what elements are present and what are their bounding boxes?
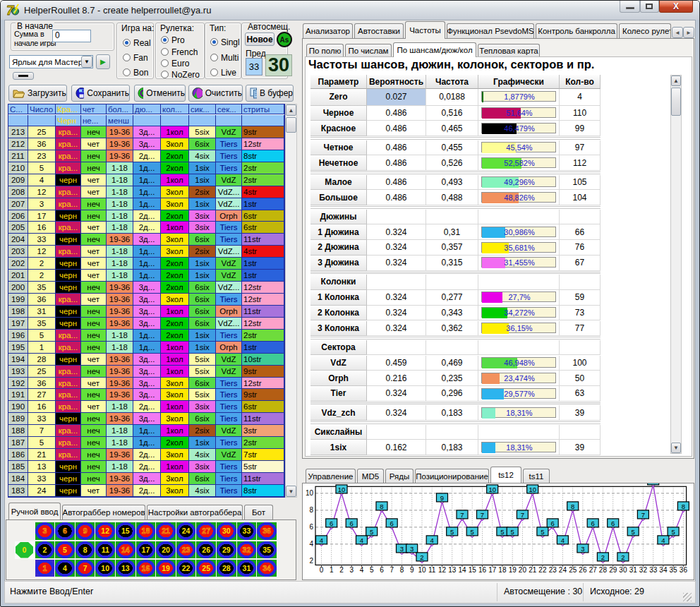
svg-text:6: 6 [309, 523, 313, 531]
svg-text:4: 4 [661, 536, 665, 544]
svg-text:28: 28 [599, 566, 608, 574]
svg-text:7: 7 [460, 511, 464, 519]
svg-text:18: 18 [498, 566, 507, 574]
svg-text:5: 5 [370, 528, 373, 536]
svg-text:4: 4 [309, 540, 313, 548]
svg-text:31: 31 [629, 566, 638, 574]
svg-text:29: 29 [609, 566, 617, 574]
svg-text:27: 27 [589, 566, 598, 574]
svg-text:5: 5 [511, 528, 514, 536]
svg-text:8: 8 [682, 503, 685, 510]
svg-text:2: 2 [339, 566, 344, 574]
svg-text:9: 9 [440, 494, 444, 502]
svg-text:4: 4 [430, 536, 434, 544]
svg-text:10: 10 [306, 489, 314, 497]
svg-text:3: 3 [410, 545, 414, 553]
svg-text:22: 22 [538, 566, 547, 574]
svg-text:2: 2 [309, 557, 313, 565]
svg-text:21: 21 [529, 566, 537, 574]
svg-text:6: 6 [350, 519, 354, 527]
svg-text:5: 5 [632, 528, 635, 536]
svg-text:7: 7 [641, 511, 645, 519]
svg-text:2: 2 [420, 553, 423, 561]
svg-text:2: 2 [621, 553, 624, 561]
svg-text:10: 10 [488, 486, 496, 493]
svg-text:26: 26 [579, 566, 587, 574]
svg-text:7: 7 [390, 566, 394, 574]
svg-text:5: 5 [500, 528, 504, 536]
svg-text:34: 34 [659, 566, 668, 574]
svg-text:32: 32 [639, 566, 648, 574]
svg-text:12: 12 [438, 566, 447, 574]
svg-text:8: 8 [309, 506, 313, 514]
svg-text:23: 23 [549, 566, 557, 574]
svg-text:0: 0 [320, 566, 324, 574]
svg-text:36: 36 [680, 566, 688, 574]
svg-text:7: 7 [521, 511, 524, 519]
svg-text:10: 10 [338, 486, 346, 493]
svg-text:6: 6 [390, 519, 394, 527]
svg-text:30: 30 [619, 566, 627, 574]
svg-text:3: 3 [349, 566, 354, 574]
svg-text:1: 1 [330, 566, 334, 574]
svg-text:6: 6 [611, 519, 615, 527]
svg-text:3: 3 [400, 545, 404, 553]
svg-text:2: 2 [601, 553, 605, 561]
svg-text:9: 9 [410, 566, 414, 574]
svg-text:6: 6 [380, 566, 384, 574]
svg-text:14: 14 [458, 566, 466, 574]
svg-text:6: 6 [551, 519, 555, 527]
svg-text:11: 11 [650, 483, 657, 485]
svg-text:8: 8 [571, 503, 574, 510]
svg-text:6: 6 [591, 519, 595, 527]
svg-text:3: 3 [581, 545, 584, 553]
svg-text:4: 4 [561, 536, 565, 544]
svg-text:19: 19 [509, 566, 517, 574]
svg-text:5: 5 [471, 528, 474, 536]
svg-text:24: 24 [559, 566, 567, 574]
svg-text:5: 5 [541, 528, 544, 536]
svg-text:13: 13 [448, 566, 457, 574]
svg-text:20: 20 [519, 566, 527, 574]
svg-text:4: 4 [360, 536, 363, 544]
svg-text:4: 4 [320, 536, 323, 544]
svg-text:10: 10 [418, 566, 426, 574]
svg-text:8: 8 [380, 503, 383, 510]
svg-text:6: 6 [330, 519, 333, 527]
svg-text:16: 16 [478, 566, 487, 574]
svg-text:11: 11 [428, 566, 436, 574]
svg-text:5: 5 [450, 528, 454, 536]
svg-text:4: 4 [360, 566, 364, 574]
svg-text:15: 15 [469, 566, 477, 574]
svg-text:5: 5 [370, 566, 374, 574]
svg-text:17: 17 [488, 566, 497, 574]
svg-text:10: 10 [529, 486, 536, 493]
svg-text:33: 33 [649, 566, 658, 574]
svg-text:7: 7 [481, 511, 484, 519]
svg-text:35: 35 [670, 566, 678, 574]
svg-text:25: 25 [569, 566, 577, 574]
svg-text:8: 8 [400, 566, 404, 574]
svg-text:5: 5 [671, 528, 675, 536]
